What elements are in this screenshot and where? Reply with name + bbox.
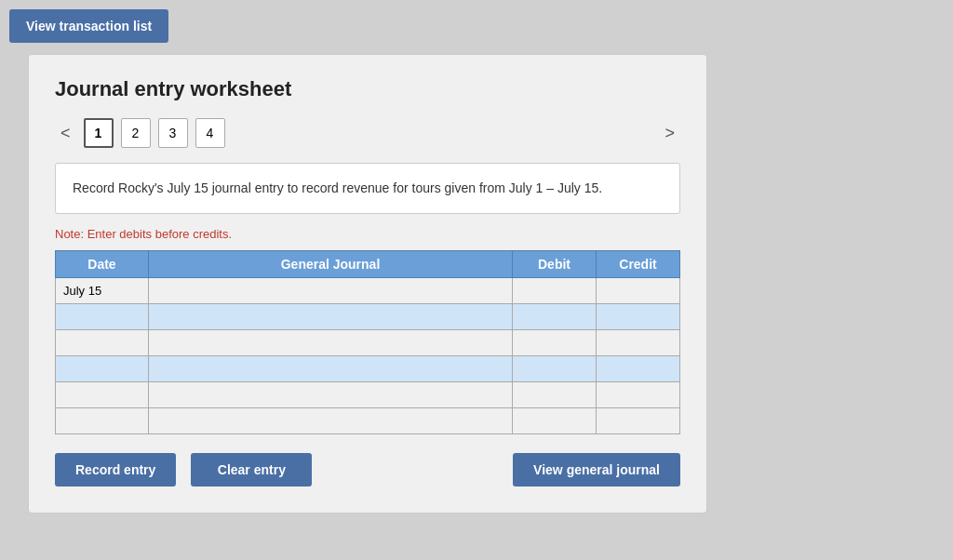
cell-date-4 (56, 382, 149, 408)
input-credit-3[interactable] (597, 356, 679, 381)
cell-credit-5[interactable] (597, 408, 680, 434)
table-row: July 15 (56, 278, 680, 304)
cell-debit-5[interactable] (513, 408, 597, 434)
cell-gj-4[interactable] (149, 382, 513, 408)
input-credit-4[interactable] (597, 382, 679, 407)
input-gj-5[interactable] (149, 408, 512, 433)
input-gj-0[interactable] (149, 278, 512, 303)
cell-date-0: July 15 (56, 278, 149, 304)
input-debit-1[interactable] (513, 304, 596, 329)
header-credit: Credit (597, 251, 680, 278)
table-row (56, 382, 680, 408)
cell-date-2 (56, 330, 149, 356)
pagination: < 1 2 3 4 > (55, 118, 680, 148)
pagination-next-arrow[interactable]: > (659, 122, 680, 145)
input-debit-3[interactable] (513, 356, 596, 381)
cell-debit-2[interactable] (513, 330, 597, 356)
cell-date-5 (56, 408, 149, 434)
cell-credit-0[interactable] (597, 278, 680, 304)
buttons-row: Record entry Clear entry View general jo… (55, 453, 680, 487)
cell-debit-4[interactable] (513, 382, 597, 408)
input-debit-2[interactable] (513, 330, 596, 355)
table-row (56, 408, 680, 434)
cell-gj-0[interactable] (149, 278, 513, 304)
input-gj-4[interactable] (149, 382, 512, 407)
worksheet-title: Journal entry worksheet (55, 77, 680, 101)
input-debit-0[interactable] (513, 278, 596, 303)
pagination-page-1[interactable]: 1 (84, 118, 114, 148)
instruction-box: Record Rocky's July 15 journal entry to … (55, 163, 680, 214)
view-general-journal-button[interactable]: View general journal (513, 453, 680, 487)
input-gj-1[interactable] (149, 304, 512, 329)
cell-debit-0[interactable] (513, 278, 597, 304)
cell-debit-3[interactable] (513, 356, 597, 382)
pagination-prev-arrow[interactable]: < (55, 122, 76, 145)
cell-credit-1[interactable] (597, 304, 680, 330)
cell-credit-2[interactable] (597, 330, 680, 356)
cell-gj-2[interactable] (149, 330, 513, 356)
pagination-page-3[interactable]: 3 (158, 118, 188, 148)
cell-credit-3[interactable] (597, 356, 680, 382)
header-debit: Debit (513, 251, 597, 278)
input-credit-5[interactable] (597, 408, 679, 433)
worksheet-container: Journal entry worksheet < 1 2 3 4 > Reco… (28, 54, 707, 513)
header-date: Date (56, 251, 149, 278)
cell-date-3 (56, 356, 149, 382)
table-row (56, 304, 680, 330)
cell-credit-4[interactable] (597, 382, 680, 408)
table-row (56, 330, 680, 356)
cell-gj-1[interactable] (149, 304, 513, 330)
table-row (56, 356, 680, 382)
instruction-text: Record Rocky's July 15 journal entry to … (73, 180, 602, 195)
clear-entry-button[interactable]: Clear entry (191, 453, 312, 487)
input-gj-2[interactable] (149, 330, 512, 355)
pagination-page-4[interactable]: 4 (195, 118, 225, 148)
input-gj-3[interactable] (149, 356, 512, 381)
input-credit-1[interactable] (597, 304, 679, 329)
cell-date-1 (56, 304, 149, 330)
input-debit-4[interactable] (513, 382, 596, 407)
view-transaction-button[interactable]: View transaction list (9, 9, 168, 43)
journal-table: Date General Journal Debit Credit July 1… (55, 250, 680, 434)
input-debit-5[interactable] (513, 408, 596, 433)
cell-debit-1[interactable] (513, 304, 597, 330)
page-wrapper: View transaction list Journal entry work… (9, 9, 944, 560)
input-credit-2[interactable] (597, 330, 679, 355)
header-general-journal: General Journal (149, 251, 513, 278)
cell-gj-5[interactable] (149, 408, 513, 434)
record-entry-button[interactable]: Record entry (55, 453, 176, 487)
pagination-page-2[interactable]: 2 (121, 118, 151, 148)
note-text: Note: Enter debits before credits. (55, 227, 680, 241)
cell-gj-3[interactable] (149, 356, 513, 382)
input-credit-0[interactable] (597, 278, 679, 303)
